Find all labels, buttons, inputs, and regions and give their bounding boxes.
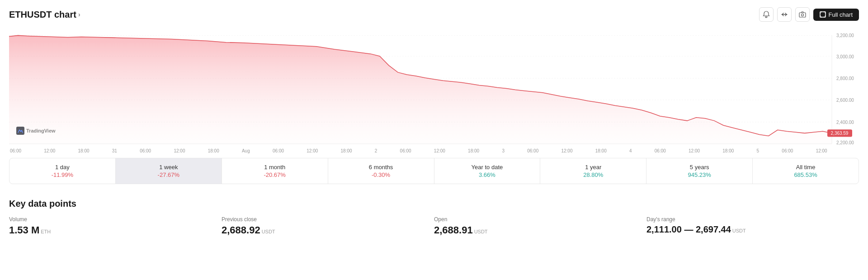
tv-logo-icon bbox=[16, 127, 24, 135]
range-label: Year to date bbox=[438, 164, 537, 171]
svg-text:2,400.00: 2,400.00 bbox=[836, 120, 854, 125]
x-axis-label: 06:00 bbox=[10, 148, 21, 153]
x-axis-label: 12:00 bbox=[434, 148, 445, 153]
kd-value-text: 2,111.00 — 2,697.44 bbox=[646, 224, 731, 235]
chart-title-text: ETHUSDT chart bbox=[9, 9, 76, 20]
x-axis-label: 18:00 bbox=[468, 148, 479, 153]
x-axis-label: 12:00 bbox=[307, 148, 318, 153]
alert-button[interactable] bbox=[759, 7, 774, 22]
x-axis-label: 18:00 bbox=[722, 148, 734, 153]
range-value: -27.67% bbox=[119, 171, 218, 178]
x-axis-label: 3 bbox=[502, 148, 505, 153]
full-chart-button[interactable]: Full chart bbox=[813, 9, 859, 21]
kd-label: Open bbox=[434, 216, 646, 223]
expand-icon bbox=[820, 11, 826, 18]
x-axis-label: 06:00 bbox=[782, 148, 793, 153]
kd-label: Day's range bbox=[646, 216, 859, 223]
key-data-title: Key data points bbox=[9, 199, 859, 209]
range-value: 28.80% bbox=[544, 171, 642, 178]
svg-text:3,000.00: 3,000.00 bbox=[836, 54, 854, 59]
range-label: 1 week bbox=[119, 164, 218, 171]
key-data-item: Open 2,688.91USDT bbox=[434, 216, 646, 236]
svg-rect-0 bbox=[799, 13, 806, 17]
key-data-item: Day's range 2,111.00 — 2,697.44USDT bbox=[646, 216, 859, 236]
x-axis-label: 06:00 bbox=[400, 148, 411, 153]
full-chart-label: Full chart bbox=[829, 11, 853, 18]
x-axis-label: 12:00 bbox=[44, 148, 55, 153]
alert-icon bbox=[763, 11, 770, 18]
x-axis-label: 31 bbox=[112, 148, 117, 153]
range-value: -11.99% bbox=[13, 171, 112, 178]
time-range-item[interactable]: All time 685.53% bbox=[753, 158, 859, 184]
time-range-item[interactable]: Year to date 3.66% bbox=[434, 158, 541, 184]
x-axis-label: Aug bbox=[242, 148, 250, 153]
key-data-item: Volume 1.53 METH bbox=[9, 216, 222, 236]
key-data-section: Key data points Volume 1.53 METH Previou… bbox=[9, 199, 859, 236]
range-value: 3.66% bbox=[438, 171, 537, 178]
time-range-item[interactable]: 5 years 945.23% bbox=[646, 158, 753, 184]
time-range-item[interactable]: 1 week -27.67% bbox=[116, 158, 222, 184]
svg-text:2,600.00: 2,600.00 bbox=[836, 98, 854, 103]
kd-value: 2,111.00 — 2,697.44USDT bbox=[646, 224, 859, 235]
x-axis-label: 12:00 bbox=[816, 148, 827, 153]
time-range-item[interactable]: 6 months -0.30% bbox=[328, 158, 434, 184]
x-axis-label: 12:00 bbox=[561, 148, 572, 153]
range-label: All time bbox=[756, 164, 855, 171]
time-range-item[interactable]: 1 year 28.80% bbox=[540, 158, 646, 184]
range-value: 945.23% bbox=[650, 171, 749, 178]
chart-title[interactable]: ETHUSDT chart › bbox=[9, 9, 80, 20]
camera-icon bbox=[799, 11, 806, 18]
svg-rect-2 bbox=[820, 12, 826, 17]
kd-value-text: 1.53 M bbox=[9, 224, 39, 236]
key-data-grid: Volume 1.53 METH Previous close 2,688.92… bbox=[9, 216, 859, 236]
x-axis-label: 12:00 bbox=[689, 148, 700, 153]
kd-value-text: 2,688.92 bbox=[222, 224, 260, 236]
x-axis-label: 18:00 bbox=[595, 148, 607, 153]
range-label: 1 month bbox=[226, 164, 324, 171]
kd-label: Previous close bbox=[222, 216, 434, 223]
time-range-selector: 1 day -11.99% 1 week -27.67% 1 month -20… bbox=[9, 158, 859, 184]
kd-unit: ETH bbox=[41, 229, 51, 234]
kd-value: 2,688.92USDT bbox=[222, 224, 434, 236]
range-label: 1 day bbox=[13, 164, 112, 171]
kd-label: Volume bbox=[9, 216, 222, 223]
x-axis-label: 18:00 bbox=[341, 148, 352, 153]
kd-unit: USDT bbox=[262, 229, 275, 234]
kd-unit: USDT bbox=[732, 228, 746, 233]
price-chart: 3,200.00 3,000.00 2,800.00 2,600.00 2,40… bbox=[9, 26, 859, 148]
chart-toolbar: Full chart bbox=[759, 7, 859, 22]
x-axis-label: 18:00 bbox=[208, 148, 219, 153]
chart-title-chevron: › bbox=[78, 11, 80, 18]
key-data-item: Previous close 2,688.92USDT bbox=[222, 216, 434, 236]
range-value: -0.30% bbox=[332, 171, 430, 178]
time-range-item[interactable]: 1 day -11.99% bbox=[9, 158, 116, 184]
kd-value-text: 2,688.91 bbox=[434, 224, 473, 236]
tradingview-name: TradingView bbox=[26, 128, 56, 133]
x-axis-label: 06:00 bbox=[140, 148, 151, 153]
x-axis-label: 4 bbox=[629, 148, 632, 153]
svg-text:2,800.00: 2,800.00 bbox=[836, 76, 854, 81]
chart-area[interactable]: 3,200.00 3,000.00 2,800.00 2,600.00 2,40… bbox=[9, 26, 859, 148]
compare-button[interactable] bbox=[777, 7, 792, 22]
tradingview-watermark: TradingView bbox=[16, 127, 56, 135]
svg-text:3,200.00: 3,200.00 bbox=[836, 33, 854, 38]
time-range-item[interactable]: 1 month -20.67% bbox=[222, 158, 328, 184]
kd-value: 1.53 METH bbox=[9, 224, 222, 236]
x-axis-label: 18:00 bbox=[78, 148, 90, 153]
svg-text:2,200.00: 2,200.00 bbox=[836, 140, 854, 145]
x-axis-label: 06:00 bbox=[527, 148, 538, 153]
kd-unit: USDT bbox=[474, 229, 488, 234]
x-axis-label: 5 bbox=[757, 148, 760, 153]
range-value: 685.53% bbox=[756, 171, 855, 178]
range-label: 6 months bbox=[332, 164, 430, 171]
kd-value: 2,688.91USDT bbox=[434, 224, 646, 236]
x-axis-label: 2 bbox=[375, 148, 377, 153]
snapshot-button[interactable] bbox=[795, 7, 810, 22]
svg-text:2,363.59: 2,363.59 bbox=[831, 131, 849, 136]
compare-icon bbox=[781, 11, 788, 18]
x-axis-label: 12:00 bbox=[174, 148, 185, 153]
chart-header: ETHUSDT chart › bbox=[9, 7, 859, 22]
range-label: 5 years bbox=[650, 164, 749, 171]
x-axis-label: 06:00 bbox=[655, 148, 666, 153]
range-value: -20.67% bbox=[226, 171, 324, 178]
